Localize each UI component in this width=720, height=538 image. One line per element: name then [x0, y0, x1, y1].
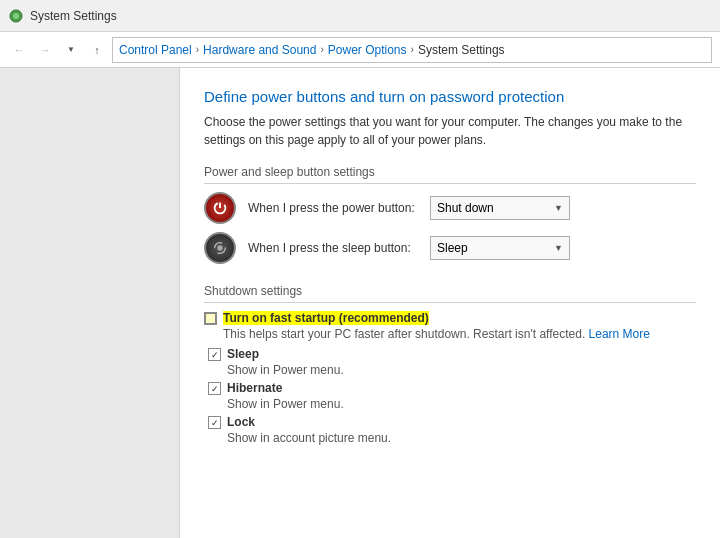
lock-checkmark: ✓ — [211, 418, 219, 428]
power-button-row: When I press the power button: Shut down… — [204, 192, 696, 224]
sleep-label: Sleep — [227, 347, 259, 361]
breadcrumb-hardware-sound[interactable]: Hardware and Sound — [203, 43, 316, 57]
sleep-content: Sleep Show in Power menu. — [227, 347, 696, 377]
up-button[interactable]: ↑ — [86, 39, 108, 61]
breadcrumb-sep-1: › — [196, 44, 199, 55]
title-bar-text: System Settings — [30, 9, 117, 23]
sleep-row: ✓ Sleep Show in Power menu. — [204, 347, 696, 377]
shutdown-settings: Shutdown settings Turn on fast startup (… — [204, 284, 696, 445]
fast-startup-content: Turn on fast startup (recommended) This … — [223, 311, 696, 341]
breadcrumb: Control Panel › Hardware and Sound › Pow… — [112, 37, 712, 63]
lock-label: Lock — [227, 415, 255, 429]
shutdown-section-header: Shutdown settings — [204, 284, 696, 303]
svg-point-1 — [13, 13, 19, 19]
breadcrumb-system-settings: System Settings — [418, 43, 505, 57]
page-description: Choose the power settings that you want … — [204, 113, 684, 149]
sleep-sublabel: Show in Power menu. — [227, 363, 696, 377]
hibernate-checkmark: ✓ — [211, 384, 219, 394]
learn-more-link[interactable]: Learn More — [589, 327, 650, 341]
power-button-label: When I press the power button: — [248, 201, 418, 215]
sleep-button-label: When I press the sleep button: — [248, 241, 418, 255]
sleep-button-value: Sleep — [437, 241, 468, 255]
hibernate-row: ✓ Hibernate Show in Power menu. — [204, 381, 696, 411]
power-button-settings: Power and sleep button settings When I p… — [204, 165, 696, 264]
app-icon — [8, 8, 24, 24]
power-section-header: Power and sleep button settings — [204, 165, 696, 184]
sidebar — [0, 68, 180, 538]
sleep-checkmark: ✓ — [211, 350, 219, 360]
sleep-button-dropdown[interactable]: Sleep ▼ — [430, 236, 570, 260]
lock-sublabel: Show in account picture menu. — [227, 431, 696, 445]
page-title: Define power buttons and turn on passwor… — [204, 88, 696, 105]
breadcrumb-sep-3: › — [411, 44, 414, 55]
content-area: Define power buttons and turn on passwor… — [180, 68, 720, 538]
hibernate-content: Hibernate Show in Power menu. — [227, 381, 696, 411]
hibernate-sublabel: Show in Power menu. — [227, 397, 696, 411]
lock-row: ✓ Lock Show in account picture menu. — [204, 415, 696, 445]
sleep-button-icon — [204, 232, 236, 264]
power-button-icon — [204, 192, 236, 224]
hibernate-label: Hibernate — [227, 381, 282, 395]
power-button-value: Shut down — [437, 201, 494, 215]
sleep-checkbox[interactable]: ✓ — [208, 348, 221, 361]
fast-startup-row: Turn on fast startup (recommended) This … — [204, 311, 696, 341]
address-bar: ← → ▼ ↑ Control Panel › Hardware and Sou… — [0, 32, 720, 68]
lock-checkbox[interactable]: ✓ — [208, 416, 221, 429]
power-dropdown-arrow: ▼ — [554, 203, 563, 213]
sleep-button-row: When I press the sleep button: Sleep ▼ — [204, 232, 696, 264]
power-button-dropdown[interactable]: Shut down ▼ — [430, 196, 570, 220]
lock-content: Lock Show in account picture menu. — [227, 415, 696, 445]
title-bar: System Settings — [0, 0, 720, 32]
fast-startup-sublabel: This helps start your PC faster after sh… — [223, 327, 696, 341]
recent-button[interactable]: ▼ — [60, 39, 82, 61]
breadcrumb-power-options[interactable]: Power Options — [328, 43, 407, 57]
fast-startup-label: Turn on fast startup (recommended) — [223, 311, 429, 325]
hibernate-checkbox[interactable]: ✓ — [208, 382, 221, 395]
main-layout: Define power buttons and turn on passwor… — [0, 68, 720, 538]
fast-startup-checkbox[interactable] — [204, 312, 217, 325]
breadcrumb-control-panel[interactable]: Control Panel — [119, 43, 192, 57]
forward-button[interactable]: → — [34, 39, 56, 61]
svg-point-5 — [217, 245, 222, 250]
sleep-dropdown-arrow: ▼ — [554, 243, 563, 253]
breadcrumb-sep-2: › — [320, 44, 323, 55]
back-button[interactable]: ← — [8, 39, 30, 61]
